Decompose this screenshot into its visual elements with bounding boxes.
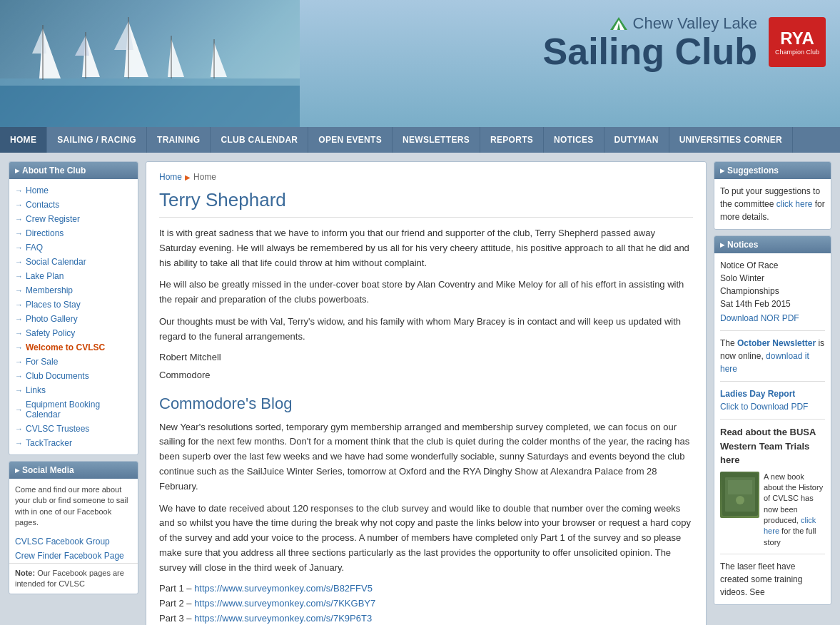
sidebar-link-faq[interactable]: FAQ — [9, 240, 138, 255]
suggestions-link[interactable]: click here — [776, 199, 813, 209]
suggestions-content: To put your suggestions to the committee… — [714, 179, 831, 229]
nav-training[interactable]: TRAINING — [147, 127, 211, 153]
sidebar-link-club-documents[interactable]: Club Documents — [9, 369, 138, 383]
blog-para-1: New Year's resolutions sorted, temporary… — [159, 420, 693, 494]
sidebar-link-places-to-stay[interactable]: Places to Stay — [9, 298, 138, 312]
club-bottom-name: Sailing Club — [543, 33, 757, 70]
sidebar-link-contacts[interactable]: Contacts — [9, 198, 138, 212]
note-label: Note: — [15, 569, 35, 577]
sidebar-link-directions[interactable]: Directions — [9, 226, 138, 240]
ladies-day-title: Ladies Day Report — [720, 387, 825, 400]
sailboats-illustration — [0, 0, 300, 127]
rya-badge: RYA Champion Club — [769, 17, 826, 67]
newsletter-divider — [720, 381, 825, 382]
tribute-para-1: It is with great sadness that we have to… — [159, 226, 693, 270]
notice-sub1: Solo Winter Championships — [720, 272, 825, 298]
book-section: A new book about the History of CVLSC ha… — [720, 472, 825, 549]
sidebar-link-lake-plan[interactable]: Lake Plan — [9, 269, 138, 283]
header-image — [0, 0, 300, 127]
nav-sailing-racing[interactable]: SAILING / RACING — [47, 127, 147, 153]
nav-newsletters[interactable]: NEWSLETTERS — [393, 127, 480, 153]
header-logo: Chew Valley Lake Sailing Club RYA Champi… — [543, 14, 826, 70]
club-flag-icon — [610, 17, 627, 30]
newsletter-bold: October Newsletter — [737, 338, 816, 348]
main-layout: About The Club Home Contacts Crew Regist… — [0, 153, 840, 625]
svg-marker-16 — [610, 17, 627, 30]
about-club-links: Home Contacts Crew Register Directions F… — [9, 179, 138, 454]
sidebar-link-links[interactable]: Links — [9, 383, 138, 397]
survey-link-2[interactable]: https://www.surveymonkey.com/s/7KKGBY7 — [194, 598, 375, 609]
busa-text: Read about the BUSA Western Team Trials … — [720, 425, 825, 467]
sidebar-link-cvlsc-trustees[interactable]: CVLSC Trustees — [9, 422, 138, 436]
nav-home[interactable]: HOME — [0, 127, 47, 153]
page-title: Terry Shephard — [159, 189, 693, 218]
sidebar-link-home[interactable]: Home — [9, 183, 138, 198]
notice-sub2: Sat 14th Feb 2015 — [720, 298, 825, 310]
sidebar-link-photo-gallery[interactable]: Photo Gallery — [9, 312, 138, 326]
nav-universities-corner[interactable]: UNIVERSITIES CORNER — [669, 127, 793, 153]
sidebar-link-safety-policy[interactable]: Safety Policy — [9, 326, 138, 340]
nav-notices[interactable]: NOTICES — [544, 127, 604, 153]
social-media-text: Come and find our more about your club o… — [9, 479, 138, 534]
book-divider — [720, 554, 825, 554]
breadcrumb-home-link[interactable]: Home — [159, 172, 182, 182]
survey-link-1[interactable]: https://www.surveymonkey.com/s/B82FFV5 — [194, 583, 373, 594]
blog-para-2: We have to date received about 120 respo… — [159, 502, 693, 576]
cvlsc-facebook-link[interactable]: CVLSC Facebook Group — [9, 534, 138, 549]
breadcrumb: Home ▶ Home — [159, 172, 693, 182]
main-navigation: HOME SAILING / RACING TRAINING CLUB CALE… — [0, 127, 840, 153]
suggestions-section: Suggestions To put your suggestions to t… — [714, 161, 831, 230]
laser-text: The laser fleet have created some traini… — [720, 560, 825, 599]
about-club-section: About The Club Home Contacts Crew Regist… — [9, 161, 138, 455]
sidebar-link-social-calendar[interactable]: Social Calendar — [9, 255, 138, 269]
flag-icon — [610, 17, 627, 30]
nav-dutyman[interactable]: DUTYMAN — [604, 127, 669, 153]
survey-line-3: Part 3 – https://www.surveymonkey.com/s/… — [159, 613, 693, 624]
book-text: A new book about the History of CVLSC ha… — [764, 472, 825, 549]
right-sidebar: Suggestions To put your suggestions to t… — [714, 161, 831, 625]
crew-finder-facebook-link[interactable]: Crew Finder Facebook Page — [9, 549, 138, 563]
svg-rect-1 — [0, 86, 300, 127]
social-note: Note: Our Facebook pages are intended fo… — [9, 563, 138, 594]
main-content: Home ▶ Home Terry Shephard It is with gr… — [146, 161, 707, 625]
notice-divider — [720, 330, 825, 331]
book-image — [720, 472, 759, 518]
about-club-header: About The Club — [9, 162, 138, 179]
notice-download-link[interactable]: Download NOR PDF — [720, 312, 825, 325]
notice-title: Notice Of Race — [720, 259, 825, 272]
sidebar-link-crew-register[interactable]: Crew Register — [9, 212, 138, 226]
newsletter-line: The October Newsletter is now online, do… — [720, 337, 825, 375]
tribute-para-2: He will also be greatly missed in the un… — [159, 278, 693, 308]
survey-link-3[interactable]: https://www.surveymonkey.com/s/7K9P6T3 — [194, 613, 372, 624]
book-cover-icon — [722, 473, 758, 516]
survey-line-1: Part 1 – https://www.surveymonkey.com/s/… — [159, 583, 693, 594]
svg-point-21 — [736, 496, 744, 504]
sidebar-link-welcome-cvlsc[interactable]: Welcome to CVLSC — [9, 340, 138, 355]
rya-sub: Champion Club — [775, 49, 819, 56]
author-name: Robert Mitchell — [159, 352, 693, 362]
social-media-section: Social Media Come and find our more abou… — [9, 461, 138, 594]
sidebar-link-tacktracker[interactable]: TackTracker — [9, 436, 138, 450]
blog-title: Commodore's Blog — [159, 395, 693, 413]
ladies-divider — [720, 419, 825, 420]
ladies-day-link[interactable]: Click to Download PDF — [720, 402, 808, 412]
breadcrumb-current: Home — [193, 172, 216, 182]
survey-line-2: Part 2 – https://www.surveymonkey.com/s/… — [159, 598, 693, 609]
notices-header: Notices — [714, 236, 831, 253]
notices-content: Notice Of Race Solo Winter Championships… — [714, 253, 831, 604]
author-title: Commodore — [159, 370, 693, 380]
tribute-para-3: Our thoughts must be with Val, Terry's w… — [159, 315, 693, 345]
suggestions-header: Suggestions — [714, 162, 831, 179]
left-sidebar: About The Club Home Contacts Crew Regist… — [9, 161, 138, 625]
rya-label: RYA — [780, 29, 814, 49]
sidebar-link-equipment-booking[interactable]: Equipment Booking Calendar — [9, 397, 138, 422]
nav-reports[interactable]: REPORTS — [480, 127, 544, 153]
nav-club-calendar[interactable]: CLUB CALENDAR — [211, 127, 308, 153]
sidebar-link-for-sale[interactable]: For Sale — [9, 355, 138, 369]
nav-open-events[interactable]: OPEN EVENTS — [308, 127, 393, 153]
notices-section: Notices Notice Of Race Solo Winter Champ… — [714, 235, 831, 605]
sidebar-link-membership[interactable]: Membership — [9, 283, 138, 298]
header: Chew Valley Lake Sailing Club RYA Champi… — [0, 0, 840, 127]
svg-rect-20 — [728, 480, 752, 494]
social-media-header: Social Media — [9, 462, 138, 479]
